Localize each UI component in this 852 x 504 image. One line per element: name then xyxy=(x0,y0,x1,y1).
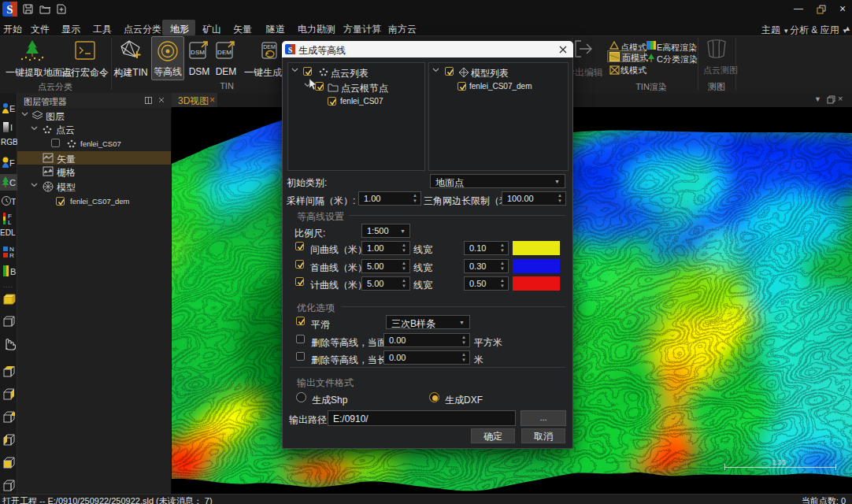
svg-text:DSM: DSM xyxy=(191,49,205,56)
svg-text:E: E xyxy=(9,104,15,113)
svg-text:B: B xyxy=(10,267,16,276)
svg-text:DEM: DEM xyxy=(263,44,276,50)
svg-text:S: S xyxy=(288,46,293,54)
svg-text:T: T xyxy=(11,197,16,206)
svg-text:I: I xyxy=(10,123,13,132)
svg-text:F: F xyxy=(9,158,15,168)
svg-text:C: C xyxy=(9,178,16,187)
svg-text:1.35: 1.35 xyxy=(772,458,786,466)
svg-text:L: L xyxy=(8,219,12,225)
svg-text:R: R xyxy=(9,252,14,258)
svg-text:S: S xyxy=(6,3,13,16)
svg-text:DEM: DEM xyxy=(217,49,232,56)
